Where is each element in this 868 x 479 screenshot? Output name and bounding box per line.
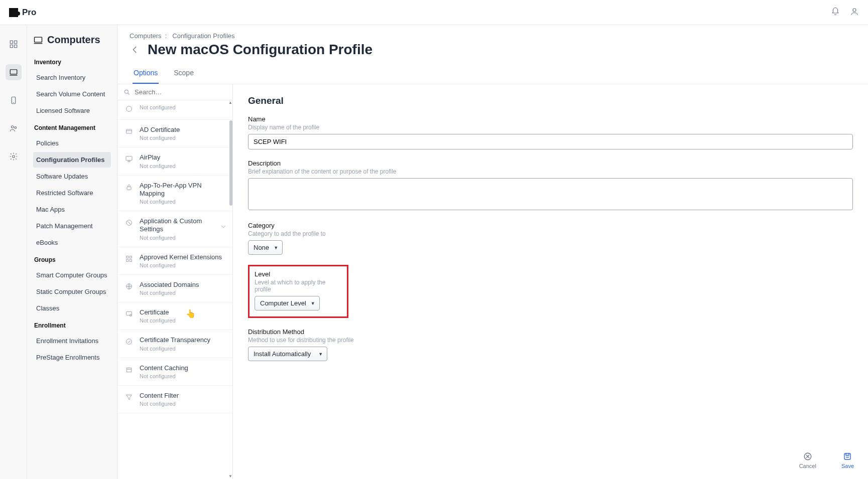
- side-item-static-computer-groups[interactable]: Static Computer Groups: [33, 284, 111, 299]
- payload-list[interactable]: Not configuredAD CertificateNot configur…: [117, 100, 232, 479]
- scroll-thumb[interactable]: [229, 120, 232, 206]
- rail-settings[interactable]: [6, 148, 22, 165]
- svg-point-0: [853, 9, 856, 12]
- brand-title: Pro: [22, 8, 36, 18]
- general-heading: General: [248, 95, 853, 106]
- save-button[interactable]: Save: [841, 452, 854, 469]
- description-hint: Brief explanation of the content or purp…: [248, 168, 853, 175]
- rail-computers[interactable]: [6, 64, 22, 80]
- payload-subtitle: Not configured: [140, 163, 225, 169]
- topbar: Pro: [0, 0, 868, 25]
- category-select[interactable]: None: [248, 240, 283, 255]
- side-item-classes[interactable]: Classes: [33, 300, 111, 316]
- field-distribution: Distribution Method Method to use for di…: [248, 328, 853, 361]
- cancel-button[interactable]: Cancel: [799, 452, 816, 469]
- side-item-enrollment-invitations[interactable]: Enrollment Invitations: [33, 333, 111, 349]
- payload-associated-domains[interactable]: Associated DomainsNot configured: [117, 275, 232, 302]
- level-select[interactable]: Computer Level: [255, 296, 320, 310]
- user-icon[interactable]: [850, 7, 859, 18]
- svg-point-8: [14, 127, 16, 129]
- scroll-down-arrow[interactable]: ▼: [228, 474, 232, 479]
- sidebar-title-text: Computers: [47, 34, 100, 46]
- brand-logo-icon: [9, 8, 18, 17]
- payload-application-custom-settings[interactable]: Application & Custom SettingsNot configu…: [117, 211, 232, 247]
- payload-text: Application & Custom SettingsNot configu…: [140, 217, 215, 241]
- payload-subtitle: Not configured: [140, 317, 225, 324]
- side-item-patch-management[interactable]: Patch Management: [33, 218, 111, 234]
- side-item-prestage-enrollments[interactable]: PreStage Enrollments: [33, 350, 111, 365]
- level-hint: Level at which to apply the profile: [255, 279, 342, 293]
- payload-subtitle: Not configured: [140, 262, 225, 268]
- scroll-up-arrow[interactable]: ▲: [228, 100, 232, 105]
- crumb-sep: :: [163, 32, 172, 40]
- payload-content-filter[interactable]: Content FilterNot configured: [117, 386, 232, 413]
- side-item-licensed-software[interactable]: Licensed Software: [33, 103, 111, 118]
- payload-certificate[interactable]: CertificateNot configured: [117, 302, 232, 330]
- side-item-restricted-software[interactable]: Restricted Software: [33, 185, 111, 201]
- level-highlight: Level Level at which to apply the profil…: [248, 265, 348, 318]
- side-section-content-management: Content Management: [34, 124, 110, 131]
- svg-rect-10: [35, 37, 42, 42]
- footer-actions: Cancel Save: [799, 452, 854, 469]
- ban-icon: [125, 218, 134, 227]
- side-item-configuration-profiles[interactable]: Configuration Profiles: [33, 152, 111, 168]
- rail-devices[interactable]: [6, 92, 22, 108]
- field-name: Name Display name of the profile: [248, 115, 853, 149]
- payload-ad-certificate[interactable]: AD CertificateNot configured: [117, 120, 232, 147]
- svg-point-12: [127, 106, 132, 112]
- payload-approved-kernel-extensions[interactable]: Approved Kernel ExtensionsNot configured: [117, 247, 232, 275]
- bell-icon[interactable]: [831, 7, 840, 18]
- rail-dashboard[interactable]: [6, 36, 22, 52]
- payload-accessibility[interactable]: Not configured: [117, 100, 232, 120]
- topbar-icons: [831, 7, 859, 18]
- payload-search-input[interactable]: [135, 88, 226, 96]
- detail-panel: General Name Display name of the profile…: [233, 84, 868, 479]
- svg-point-7: [11, 126, 14, 128]
- category-value: None: [254, 244, 269, 251]
- crumb-root[interactable]: Computers: [130, 32, 162, 40]
- description-label: Description: [248, 159, 853, 167]
- payload-content-caching[interactable]: Content CachingNot configured: [117, 358, 232, 386]
- brand: Pro: [9, 8, 36, 18]
- payload-app-to-per-app-vpn-mapping[interactable]: App-To-Per-App VPN MappingNot configured: [117, 176, 232, 212]
- payload-search: [117, 84, 232, 100]
- payload-airplay[interactable]: AirPlayNot configured: [117, 147, 232, 175]
- airplay-icon: [125, 154, 134, 164]
- svg-rect-20: [130, 259, 132, 261]
- payload-subtitle: Not configured: [140, 290, 225, 296]
- breadcrumb: Computers : Configuration Profiles: [117, 25, 868, 42]
- scrollbar[interactable]: ▲ ▼: [228, 100, 232, 479]
- save-label: Save: [841, 463, 854, 469]
- svg-point-9: [12, 155, 15, 158]
- side-item-policies[interactable]: Policies: [33, 135, 111, 151]
- back-button[interactable]: [130, 44, 141, 55]
- payload-subtitle: Not configured: [140, 104, 225, 110]
- side-section-groups: Groups: [34, 256, 110, 263]
- payload-subtitle: Not configured: [140, 135, 225, 141]
- rail-users[interactable]: [6, 120, 22, 136]
- level-label: Level: [255, 270, 342, 278]
- sidebar: Computers InventorySearch InventorySearc…: [27, 25, 117, 479]
- side-item-ebooks[interactable]: eBooks: [33, 235, 111, 250]
- side-item-mac-apps[interactable]: Mac Apps: [33, 202, 111, 217]
- svg-rect-1: [10, 41, 13, 43]
- name-hint: Display name of the profile: [248, 124, 853, 131]
- svg-rect-22: [127, 311, 132, 315]
- description-input[interactable]: [248, 178, 853, 210]
- svg-rect-17: [127, 256, 129, 258]
- tab-options[interactable]: Options: [133, 63, 159, 84]
- payload-certificate-transparency[interactable]: Certificate TransparencyNot configured: [117, 330, 232, 358]
- page-title: New macOS Configuration Profile: [148, 42, 373, 58]
- payload-text: Content FilterNot configured: [140, 392, 225, 407]
- side-item-search-inventory[interactable]: Search Inventory: [33, 70, 111, 85]
- name-input[interactable]: [248, 134, 853, 149]
- sidebar-title: Computers: [33, 34, 111, 46]
- payload-title: Associated Domains: [140, 281, 225, 289]
- side-item-search-volume-content[interactable]: Search Volume Content: [33, 86, 111, 102]
- payload-title: Application & Custom Settings: [140, 217, 215, 234]
- check-circle-icon: [125, 337, 134, 346]
- side-item-smart-computer-groups[interactable]: Smart Computer Groups: [33, 267, 111, 283]
- distribution-select[interactable]: Install Automatically: [248, 347, 327, 361]
- tab-scope[interactable]: Scope: [173, 63, 195, 84]
- side-item-software-updates[interactable]: Software Updates: [33, 169, 111, 184]
